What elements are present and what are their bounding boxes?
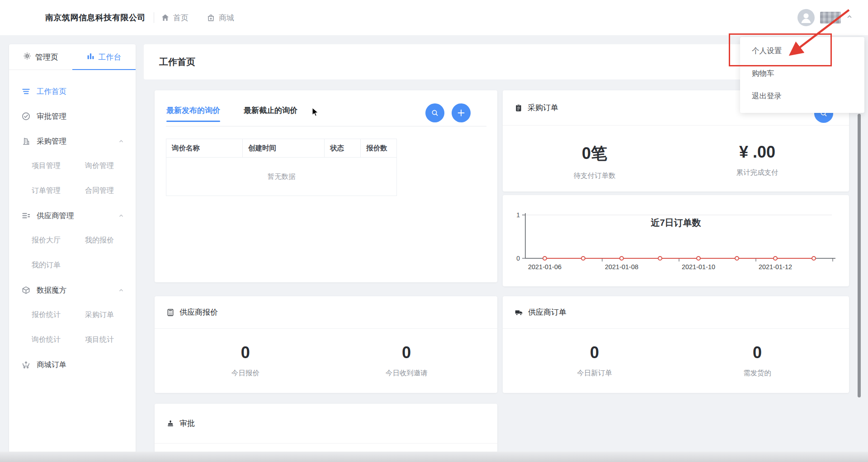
chevron-up-icon <box>118 139 124 144</box>
app-screen: 南京筑网信息科技有限公司 首页 商城 <box>0 0 868 462</box>
calculator-icon <box>166 308 175 317</box>
sidebar-item-data-cube[interactable]: 数据魔方 <box>9 278 136 303</box>
stat-label: 今日收到邀请 <box>326 369 487 378</box>
inquiry-add-button[interactable] <box>452 103 471 122</box>
inquiry-search-button[interactable] <box>425 103 444 122</box>
nav-home[interactable]: 首页 <box>161 13 189 23</box>
sidebar-item-label: 供应商管理 <box>37 211 74 221</box>
window-bottom-edge <box>0 452 868 462</box>
menu-item-shopping-cart[interactable]: 购物车 <box>740 62 864 85</box>
card-header: 供应商订单 <box>503 296 849 329</box>
col-inquiry-name: 询价名称 <box>166 139 243 157</box>
x-tick-label: 2021-01-06 <box>528 263 561 271</box>
user-name-redacted <box>820 12 841 23</box>
user-menu-trigger[interactable] <box>797 0 853 35</box>
topnav-divider <box>154 12 154 23</box>
inquiry-tabs: 最新发布的询价 最新截止的询价 <box>166 105 297 122</box>
sidebar-subitem-purchase-orders[interactable]: 采购订单 <box>85 310 114 320</box>
tabs-divider <box>166 126 486 126</box>
x-tick-label: 2021-01-08 <box>605 263 638 271</box>
stat-today-new-orders: 0 今日新订单 <box>513 343 676 378</box>
sidebar-subitem-my-orders[interactable]: 我的订单 <box>32 261 85 270</box>
plus-icon <box>457 108 466 117</box>
x-tick-label: 2021-01-10 <box>682 263 715 271</box>
sidebar-subitem-contract-mgmt[interactable]: 合同管理 <box>85 186 114 196</box>
sidebar-subitem-inquiry-stats[interactable]: 询价统计 <box>32 335 85 345</box>
sidebar: 管理页 工作台 工作首页 <box>9 44 136 453</box>
stat-value: 0 <box>165 343 326 362</box>
stat-label: 需发货的 <box>676 369 839 378</box>
nav-mall-label: 商城 <box>219 13 234 23</box>
y-tick-0: 0 <box>516 255 520 262</box>
sidebar-subrow: 项目管理 询价管理 <box>9 154 136 178</box>
list-dash-icon <box>22 211 31 220</box>
sidebar-subitem-quote-hall[interactable]: 报价大厅 <box>32 236 85 245</box>
stamp-icon <box>166 420 175 428</box>
table-empty-text: 暂无数据 <box>166 158 396 196</box>
top-navigation: 首页 商城 <box>161 0 234 35</box>
tab-admin-page[interactable]: 管理页 <box>9 44 72 70</box>
chevron-up-icon <box>118 213 124 219</box>
card-title: 审批 <box>179 418 195 429</box>
sidebar-item-label: 采购管理 <box>37 136 66 146</box>
nav-home-label: 首页 <box>173 13 189 23</box>
tab-workbench[interactable]: 工作台 <box>72 44 136 70</box>
sidebar-menu: 工作首页 审批管理 采购管理 <box>9 70 136 377</box>
inquiry-card: 最新发布的询价 最新截止的询价 询价名称 创建时间 状态 报价数 暂无数据 <box>155 90 497 282</box>
stat-today-quotes: 0 今日报价 <box>165 343 326 378</box>
stat-value: 0 <box>326 343 487 362</box>
x-tick-label: 2021-01-12 <box>759 263 792 271</box>
vertical-scrollbar[interactable] <box>858 114 861 397</box>
card-header: 审批 <box>155 404 497 443</box>
sidebar-item-approval-mgmt[interactable]: 审批管理 <box>9 104 136 129</box>
stat-value: ¥ .00 <box>676 143 839 162</box>
shopping-bag-icon <box>207 14 215 22</box>
sidebar-subitem-my-quotes[interactable]: 我的报价 <box>85 236 114 245</box>
sidebar-subitem-order-mgmt[interactable]: 订单管理 <box>32 186 85 196</box>
sidebar-item-label: 数据魔方 <box>37 285 66 295</box>
tab-admin-label: 管理页 <box>35 52 58 62</box>
topbar: 南京筑网信息科技有限公司 首页 商城 <box>0 0 868 35</box>
stat-label: 今日报价 <box>165 369 326 378</box>
sidebar-item-label: 工作首页 <box>37 87 66 97</box>
gear-icon <box>23 52 31 62</box>
purchase-stats: 0笔 待支付订单数 ¥ .00 累计完成支付 <box>503 143 849 181</box>
col-quote-count: 报价数 <box>361 139 396 157</box>
sidebar-subitem-quote-stats[interactable]: 报价统计 <box>32 310 85 320</box>
sidebar-subitem-inquiry-mgmt[interactable]: 询价管理 <box>85 161 114 171</box>
tab-latest-closed-inquiries[interactable]: 最新截止的询价 <box>244 105 297 122</box>
supplier-orders-stats: 0 今日新订单 0 需发货的 <box>503 343 849 378</box>
check-circle-icon <box>22 112 31 121</box>
cube-icon <box>22 286 31 294</box>
chevron-up-icon <box>846 14 853 22</box>
card-header: 供应商报价 <box>155 296 497 329</box>
sidebar-item-supplier-mgmt[interactable]: 供应商管理 <box>9 203 136 228</box>
user-dropdown-menu: 个人设置 购物车 退出登录 <box>740 37 864 113</box>
menu-item-personal-settings[interactable]: 个人设置 <box>740 40 864 62</box>
search-icon <box>430 108 439 117</box>
page-title: 工作首页 <box>159 56 195 68</box>
cart-up-icon <box>22 360 31 369</box>
truck-icon <box>514 308 523 317</box>
sidebar-item-work-home[interactable]: 工作首页 <box>9 79 136 104</box>
sidebar-tabs: 管理页 工作台 <box>9 44 136 70</box>
sidebar-item-mall-orders[interactable]: 商城订单 <box>9 352 136 377</box>
stat-label: 今日新订单 <box>513 369 676 378</box>
sidebar-item-procurement-mgmt[interactable]: 采购管理 <box>9 129 136 154</box>
sidebar-subrow: 订单管理 合同管理 <box>9 178 136 203</box>
list-lines-icon <box>22 87 31 96</box>
nav-mall[interactable]: 商城 <box>207 13 234 23</box>
card-title: 供应商报价 <box>179 307 218 317</box>
inquiry-table-header: 询价名称 创建时间 状态 报价数 <box>166 139 396 158</box>
stat-pending-payment: 0笔 待支付订单数 <box>513 143 676 181</box>
stat-label: 待支付订单数 <box>513 171 676 181</box>
sidebar-subrow: 询价统计 项目统计 <box>9 327 136 352</box>
sidebar-subitem-project-stats[interactable]: 项目统计 <box>85 335 114 345</box>
menu-item-logout[interactable]: 退出登录 <box>740 85 864 107</box>
avatar <box>797 9 815 26</box>
col-create-time: 创建时间 <box>243 139 325 157</box>
sidebar-subitem-project-mgmt[interactable]: 项目管理 <box>32 161 85 171</box>
bar-chart-icon <box>87 52 94 62</box>
tab-latest-published-inquiries[interactable]: 最新发布的询价 <box>166 105 220 122</box>
supplier-orders-card: 供应商订单 0 今日新订单 0 需发货的 <box>503 296 849 393</box>
